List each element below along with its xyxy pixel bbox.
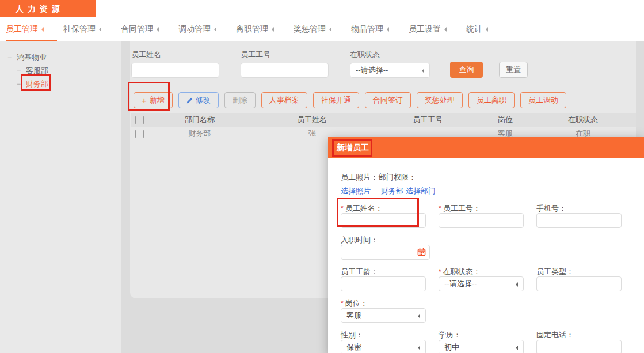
field-label: 固定电话：	[536, 331, 634, 340]
caret-left-icon	[329, 27, 331, 32]
tab-统计[interactable]: 统计	[466, 17, 517, 41]
required-asterisk: *	[341, 204, 344, 212]
header-checkbox-cell	[131, 116, 154, 124]
modal-field-学历: 学历：初中	[439, 331, 536, 353]
modal-field-岗位: *岗位：客服	[341, 299, 439, 323]
toolbar-button-新增[interactable]: +新增	[134, 92, 173, 108]
select-value: 保密	[346, 343, 361, 351]
field-label: 入职时间：	[341, 236, 439, 245]
modal-field-员工工号: *员工工号：	[439, 204, 536, 228]
search-name-label: 员工姓名	[131, 50, 219, 59]
table-header-row: 部门名称员工姓名员工工号岗位在职状态	[131, 113, 636, 127]
toolbar-button-删除[interactable]: 删除	[224, 92, 256, 108]
column-header: 员工工号	[379, 115, 477, 125]
toolbar-button-员工离职[interactable]: 员工离职	[468, 92, 515, 108]
toolbar-button-修改[interactable]: 修改	[178, 92, 219, 108]
modal-form-row: 性别：保密学历：初中固定电话：	[341, 331, 644, 353]
tab-员工设置[interactable]: 员工设置	[409, 17, 460, 41]
toolbar-button-人事档案[interactable]: 人事档案	[261, 92, 307, 108]
select-all-checkbox[interactable]	[135, 116, 144, 124]
row-checkbox[interactable]	[135, 130, 144, 138]
toolbar-button-label: 新增	[150, 95, 165, 105]
choose-photo-link[interactable]: 选择照片	[341, 187, 371, 195]
field-label: 员工工龄：	[341, 267, 439, 276]
query-button[interactable]: 查询	[450, 62, 483, 78]
toolbar-button-合同签订[interactable]: 合同签订	[365, 92, 411, 108]
toolbar-button-label: 合同签订	[373, 95, 403, 105]
search-field-id: 员工工号	[241, 50, 329, 78]
tree-node-财务部[interactable]: −财务部	[7, 77, 121, 90]
dept-permission-value: 财务部	[381, 187, 403, 195]
calendar-icon[interactable]	[417, 248, 426, 256]
toolbar-button-奖惩处理[interactable]: 奖惩处理	[417, 92, 463, 108]
modal-form-row: *岗位：客服	[341, 299, 644, 323]
caret-left-icon	[99, 27, 101, 32]
caret-left-icon	[422, 69, 424, 73]
department-tree-sidebar: −鸿基物业−客服部−财务部	[0, 41, 121, 353]
field-label: *在职状态：	[439, 267, 536, 276]
caret-left-icon	[272, 27, 274, 32]
search-name-input[interactable]	[131, 63, 219, 78]
field-label: *岗位：	[341, 299, 439, 308]
search-form: 员工姓名 员工工号 在职状态 --请选择-- 查询 重置	[131, 50, 636, 78]
modal-body: 员工照片： 部门权限： 选择照片 财务部选择部门 *员工姓名：*员工工号：手机号…	[328, 158, 644, 353]
select-value: 客服	[346, 311, 361, 320]
field-input[interactable]	[536, 213, 622, 228]
tab-员工管理[interactable]: 员工管理	[6, 17, 57, 41]
toolbar-button-员工调动[interactable]: 员工调动	[520, 92, 566, 108]
tab-物品管理[interactable]: 物品管理	[351, 17, 402, 41]
collapse-minus-icon[interactable]: −	[17, 67, 21, 75]
toolbar-button-label: 奖惩处理	[425, 95, 455, 105]
caret-left-icon	[444, 27, 447, 32]
field-input[interactable]	[536, 276, 622, 291]
employee-table: 部门名称员工姓名员工工号岗位在职状态财务部张客服在职	[131, 113, 636, 141]
field-select[interactable]: 初中	[439, 340, 524, 353]
tab-label: 员工设置	[409, 24, 441, 33]
collapse-minus-icon[interactable]: −	[17, 80, 21, 88]
choose-dept-link[interactable]: 选择部门	[406, 187, 436, 195]
tab-社保管理[interactable]: 社保管理	[63, 17, 115, 41]
reset-button[interactable]: 重置	[499, 62, 528, 78]
field-select[interactable]: 保密	[341, 340, 426, 353]
tree-node-label: 客服部	[26, 66, 48, 76]
search-field-status: 在职状态 --请选择--	[350, 50, 430, 78]
field-input[interactable]	[341, 276, 426, 291]
caret-left-icon	[214, 27, 216, 32]
modal-field-手机号: 手机号：	[536, 204, 634, 228]
date-input[interactable]	[341, 245, 430, 260]
modal-form-row: *员工姓名：*员工工号：手机号：	[341, 204, 644, 228]
field-select[interactable]: 客服	[341, 308, 426, 323]
field-input[interactable]	[341, 213, 426, 228]
field-input[interactable]	[536, 340, 622, 353]
modal-field-员工工龄: 员工工龄：	[341, 267, 439, 291]
row-checkbox-cell	[131, 130, 154, 138]
modal-field-员工姓名: *员工姓名：	[341, 204, 439, 228]
select-value: --请选择--	[444, 279, 477, 288]
required-asterisk: *	[439, 268, 441, 276]
tab-离职管理[interactable]: 离职管理	[236, 17, 287, 41]
tab-合同管理[interactable]: 合同管理	[121, 17, 172, 41]
caret-left-icon	[387, 27, 389, 32]
caret-left-icon	[157, 27, 159, 32]
caret-left-icon	[486, 27, 488, 32]
required-asterisk: *	[439, 204, 441, 212]
search-status-select[interactable]: --请选择--	[350, 63, 430, 78]
collapse-minus-icon[interactable]: −	[7, 54, 12, 62]
modal-field-固定电话: 固定电话：	[536, 331, 634, 353]
modal-field-员工类型: 员工类型：	[536, 267, 634, 291]
tab-label: 调动管理	[178, 24, 211, 33]
field-input[interactable]	[439, 213, 524, 228]
search-status-label: 在职状态	[350, 50, 430, 59]
field-label: 手机号：	[536, 204, 634, 213]
tab-调动管理[interactable]: 调动管理	[178, 17, 230, 41]
toolbar-button-社保开通[interactable]: 社保开通	[313, 92, 359, 108]
tab-label: 员工管理	[6, 24, 38, 33]
select-value: 初中	[444, 343, 459, 351]
tree-node-鸿基物业[interactable]: −鸿基物业	[7, 51, 121, 64]
column-header: 在职状态	[534, 115, 632, 125]
tree-node-客服部[interactable]: −客服部	[7, 64, 121, 77]
field-select[interactable]: --请选择--	[439, 276, 524, 291]
search-id-input[interactable]	[241, 63, 329, 78]
tab-奖惩管理[interactable]: 奖惩管理	[294, 17, 345, 41]
plus-icon: +	[142, 96, 147, 105]
